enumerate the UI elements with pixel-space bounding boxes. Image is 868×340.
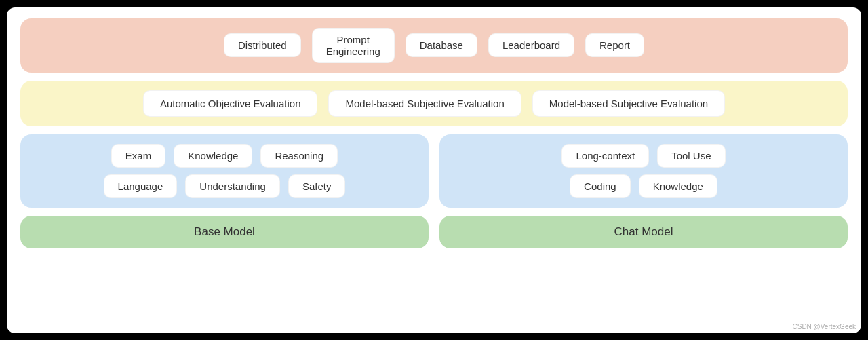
card-distributed: Distributed <box>224 33 301 57</box>
left-blue-box: Exam Knowledge Reasoning Language Unders… <box>20 134 429 208</box>
bottom-blue-section: Exam Knowledge Reasoning Language Unders… <box>20 134 848 208</box>
credit-text: CSDN @VertexGeek <box>792 323 856 330</box>
top-section: Distributed Prompt Engineering Database … <box>20 18 848 73</box>
card-prompt-engineering: Prompt Engineering <box>312 28 395 63</box>
card-model-subj-eval-2: Model-based Subjective Evaluation <box>532 90 725 117</box>
chat-model-label: Chat Model <box>614 225 673 239</box>
right-blue-box: Long-context Tool Use Coding Knowledge <box>439 134 848 208</box>
card-safety: Safety <box>288 174 346 198</box>
card-reasoning: Reasoning <box>260 144 338 168</box>
middle-section: Automatic Objective Evaluation Model-bas… <box>20 81 848 126</box>
card-understanding: Understanding <box>185 174 280 198</box>
card-database: Database <box>406 33 477 57</box>
card-language: Language <box>104 174 178 198</box>
base-model-label: Base Model <box>194 225 255 239</box>
card-knowledge-left: Knowledge <box>174 144 252 168</box>
base-model-box: Base Model <box>20 216 429 248</box>
left-blue-row1: Exam Knowledge Reasoning <box>34 144 415 168</box>
right-blue-row2: Coding Knowledge <box>453 174 834 198</box>
card-tool-use: Tool Use <box>657 144 725 168</box>
card-knowledge-right: Knowledge <box>639 174 717 198</box>
left-blue-row2: Language Understanding Safety <box>34 174 415 198</box>
card-coding: Coding <box>570 174 631 198</box>
card-exam: Exam <box>111 144 165 168</box>
card-long-context: Long-context <box>561 144 649 168</box>
card-auto-obj-eval: Automatic Objective Evaluation <box>143 90 318 117</box>
green-section: Base Model Chat Model <box>20 216 848 248</box>
card-model-subj-eval-1: Model-based Subjective Evaluation <box>328 90 521 117</box>
right-blue-row1: Long-context Tool Use <box>453 144 834 168</box>
chat-model-box: Chat Model <box>439 216 848 248</box>
card-leaderboard: Leaderboard <box>488 33 574 57</box>
card-report: Report <box>585 33 644 57</box>
main-canvas: Distributed Prompt Engineering Database … <box>7 7 861 333</box>
